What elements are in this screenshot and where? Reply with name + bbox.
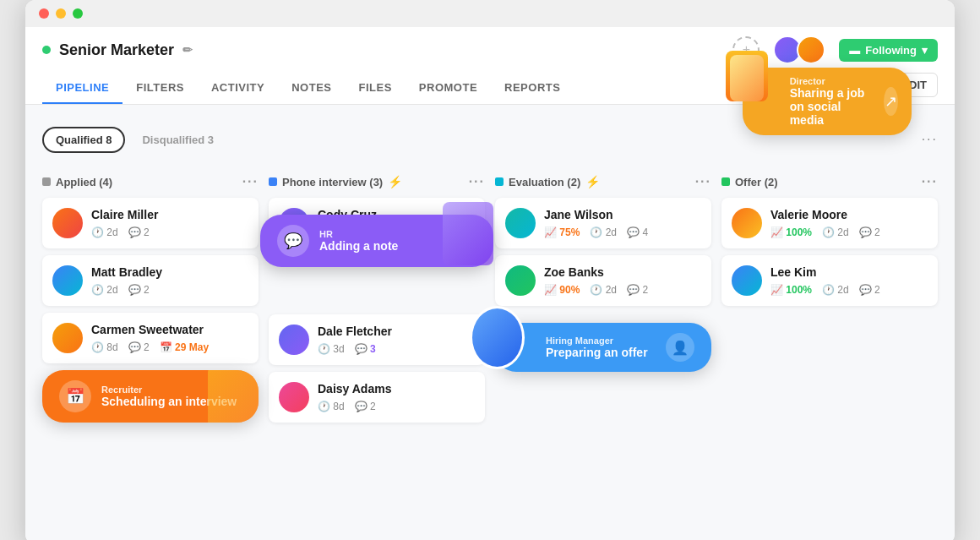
time-item: 🕐 2d xyxy=(91,226,118,238)
col-dot-phone xyxy=(269,177,277,186)
column-evaluation: Evaluation (2) ⚡ ··· Jane Wilson 📈 75% 🕐… xyxy=(495,174,711,429)
kanban-board: Applied (4) ··· Claire Miller 🕐 2d 💬 2 xyxy=(42,174,938,429)
time-item: 🕐 2d xyxy=(590,226,617,238)
qualified-label: Qualified xyxy=(56,134,103,146)
card-info: Matt Bradley 🕐 2d 💬 2 xyxy=(91,265,162,296)
candidate-name: Lee Kim xyxy=(770,265,880,279)
card-dale-fletcher[interactable]: Dale Fletcher 🕐 3d 💬 3 xyxy=(269,314,485,365)
card-valerie-moore[interactable]: Valerie Moore 📈 100% 🕐 2d 💬 2 xyxy=(721,198,938,248)
nav-tabs: PIPELINE FILTERS ACTIVITY NOTES FILES PR… xyxy=(42,73,574,104)
cody-card-wrapper: Cody Cruz 🕐 2d 💬 2 💬 HR xyxy=(269,198,485,248)
card-info: Jane Wilson 📈 75% 🕐 2d 💬 4 xyxy=(544,208,648,238)
card-row: Valerie Moore 📈 100% 🕐 2d 💬 2 xyxy=(732,208,928,238)
director-role: Director xyxy=(790,76,872,86)
share-action-icon: ↗ xyxy=(884,87,898,116)
card-meta: 🕐 2d 💬 2 xyxy=(91,284,162,296)
comment-item: 💬 2 xyxy=(128,284,150,296)
hr-person-shape xyxy=(443,202,493,265)
col-header-evaluation: Evaluation (2) ⚡ ··· xyxy=(495,174,711,189)
time-item: 🕐 3d xyxy=(318,343,345,355)
comment-item: 💬 4 xyxy=(627,226,648,238)
director-callout: Director Sharing a job on social media ↗ xyxy=(743,68,912,135)
recruiter-person-shape xyxy=(208,370,259,423)
tab-files[interactable]: FILES xyxy=(345,73,405,104)
following-label: Following xyxy=(865,44,917,57)
col-lightning-phone: ⚡ xyxy=(388,175,402,188)
hiring-manager-action-icon: 👤 xyxy=(666,333,694,362)
hr-action: Adding a note xyxy=(319,239,398,253)
maximize-dot[interactable] xyxy=(73,8,83,19)
card-claire-miller[interactable]: Claire Miller 🕐 2d 💬 2 xyxy=(42,198,259,248)
close-dot[interactable] xyxy=(39,8,49,19)
tab-promote[interactable]: PROMOTE xyxy=(406,73,491,104)
following-icon: ▬ xyxy=(849,44,860,57)
hiring-manager-action: Preparing an offer xyxy=(546,346,648,359)
collaborator-avatars xyxy=(773,35,825,64)
col-header-offer: Offer (2) ··· xyxy=(721,174,938,189)
tab-activity[interactable]: ACTIVITY xyxy=(198,73,278,104)
time-item: 🕐 2d xyxy=(590,284,617,296)
comment-item: 💬 2 xyxy=(355,401,376,412)
card-meta: 🕐 2d 💬 2 xyxy=(91,226,158,238)
card-row: Daisy Adams 🕐 8d 💬 2 xyxy=(279,382,475,412)
candidate-name: Carmen Sweetwater xyxy=(91,323,209,336)
app-window: Senior Marketer ✏ + ▬ Following ▾ PIPELI… xyxy=(25,0,955,540)
card-matt-bradley[interactable]: Matt Bradley 🕐 2d 💬 2 xyxy=(42,255,259,306)
comment-item-highlight: 💬 3 xyxy=(355,343,376,355)
card-info: Daisy Adams 🕐 8d 💬 2 xyxy=(318,382,391,412)
card-row: Dale Fletcher 🕐 3d 💬 3 xyxy=(279,325,475,355)
comment-item: 💬 2 xyxy=(128,226,150,238)
tab-filters[interactable]: FILTERS xyxy=(122,73,198,104)
col-dot-offer xyxy=(721,177,730,186)
qualified-filter[interactable]: Qualified 8 xyxy=(42,127,125,153)
director-callout-text: Director Sharing a job on social media xyxy=(790,76,872,127)
card-info: Dale Fletcher 🕐 3d 💬 3 xyxy=(318,325,392,355)
card-jane-wilson[interactable]: Jane Wilson 📈 75% 🕐 2d 💬 4 xyxy=(495,198,711,248)
col-more-applied[interactable]: ··· xyxy=(242,174,259,189)
card-row: Claire Miller 🕐 2d 💬 2 xyxy=(52,208,248,238)
time-item: 🕐 2d xyxy=(91,284,118,296)
col-more-phone[interactable]: ··· xyxy=(469,174,485,189)
card-carmen-sweetwater[interactable]: Carmen Sweetwater 🕐 8d 💬 2 📅 29 May xyxy=(42,313,259,363)
hr-callout: 💬 HR Adding a note xyxy=(260,215,493,267)
card-daisy-adams[interactable]: Daisy Adams 🕐 8d 💬 2 xyxy=(269,372,485,423)
card-meta: 📈 90% 🕐 2d 💬 2 xyxy=(544,284,648,296)
column-phone-interview: Phone interview (3) ⚡ ··· Cody Cruz 🕐 2d xyxy=(269,174,485,429)
edit-icon[interactable]: ✏ xyxy=(182,43,193,57)
tab-notes[interactable]: NOTES xyxy=(278,73,345,104)
column-offer: Offer (2) ··· Valerie Moore 📈 100% 🕐 2d … xyxy=(721,174,938,429)
col-label-offer: Offer (2) xyxy=(735,176,778,188)
content-area: Qualified 8 Disqualified 3 Director xyxy=(25,105,955,540)
comment-item: 💬 2 xyxy=(128,341,150,353)
col-header-phone: Phone interview (3) ⚡ ··· xyxy=(269,174,485,189)
card-meta: 📈 100% 🕐 2d 💬 2 xyxy=(770,226,880,238)
card-lee-kim[interactable]: Lee Kim 📈 100% 🕐 2d 💬 2 xyxy=(721,255,938,306)
col-more-offer[interactable]: ··· xyxy=(922,174,938,189)
avatar-daisy xyxy=(279,382,309,412)
time-item: 🕐 8d xyxy=(318,401,345,412)
time-item: 🕐 2d xyxy=(822,226,849,238)
more-options-button[interactable]: ··· xyxy=(922,132,938,147)
director-action: Sharing a job on social media xyxy=(790,86,872,127)
card-row: Carmen Sweetwater 🕐 8d 💬 2 📅 29 May xyxy=(52,323,248,353)
tab-reports[interactable]: REPORTS xyxy=(491,73,574,104)
col-more-evaluation[interactable]: ··· xyxy=(695,174,711,189)
hiring-manager-callout: Hiring Manager Preparing an offer 👤 xyxy=(495,323,711,372)
tab-pipeline[interactable]: PIPELINE xyxy=(42,73,122,104)
job-title-section: Senior Marketer ✏ xyxy=(42,41,193,59)
card-zoe-banks[interactable]: Zoe Banks 📈 90% 🕐 2d 💬 2 xyxy=(495,255,711,306)
minimize-dot[interactable] xyxy=(56,8,66,19)
col-dot-applied xyxy=(42,177,51,186)
job-title-text: Senior Marketer xyxy=(59,41,174,59)
disqualified-filter[interactable]: Disqualified 3 xyxy=(128,127,227,153)
hiring-manager-role: Hiring Manager xyxy=(546,335,648,346)
candidate-name: Jane Wilson xyxy=(544,208,648,221)
disqualified-count: 3 xyxy=(208,134,214,146)
comment-item: 💬 2 xyxy=(859,226,880,238)
status-dot xyxy=(42,46,51,54)
following-button[interactable]: ▬ Following ▾ xyxy=(839,39,938,62)
col-dot-evaluation xyxy=(495,177,504,186)
candidate-name: Matt Bradley xyxy=(91,265,162,279)
comment-item: 💬 2 xyxy=(859,284,880,296)
following-arrow-icon: ▾ xyxy=(922,44,928,57)
